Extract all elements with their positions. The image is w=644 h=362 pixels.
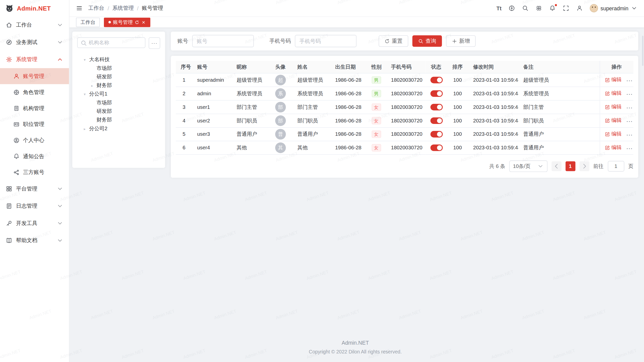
edit-button[interactable]: 编辑	[605, 144, 622, 151]
sidebar-item-dev-tools[interactable]: 开发工具	[0, 215, 69, 232]
home-icon	[6, 22, 12, 28]
row-more-button[interactable]: ···	[627, 118, 633, 124]
page-number-current[interactable]: 1	[565, 161, 575, 171]
breadcrumb-item[interactable]: 工作台	[88, 5, 104, 12]
tree-node[interactable]: 分公司1	[77, 90, 160, 99]
status-toggle[interactable]	[430, 131, 443, 138]
row-more-button[interactable]: ···	[627, 146, 633, 151]
goto-label: 前往	[593, 163, 603, 170]
row-more-button[interactable]: ···	[627, 132, 633, 138]
chevron-down-icon	[57, 203, 63, 209]
phone-input[interactable]	[295, 35, 356, 47]
avatar	[590, 4, 598, 12]
refresh-icon	[384, 38, 390, 44]
sidebar-item-org-management[interactable]: 机构管理	[0, 100, 69, 116]
page-scrollbar[interactable]	[642, 36, 643, 66]
breadcrumb-item-current: 账号管理	[142, 5, 163, 12]
status-toggle[interactable]	[430, 90, 443, 97]
sidebar-item-account-management[interactable]: 账号管理	[0, 68, 69, 84]
theme-button[interactable]	[536, 5, 542, 12]
sidebar-item-help-docs[interactable]: 帮助文档	[0, 232, 69, 249]
user-icon	[13, 73, 20, 79]
add-button[interactable]: 新增	[446, 35, 476, 47]
tree-node[interactable]: 财务部	[77, 81, 160, 90]
org-search-input[interactable]	[77, 37, 145, 48]
sidebar-item-workbench[interactable]: 工作台	[0, 16, 69, 34]
tab-refresh-icon[interactable]	[135, 20, 139, 24]
caret-right-icon[interactable]	[84, 127, 89, 131]
breadcrumb-separator: /	[137, 5, 139, 11]
notification-button[interactable]	[549, 5, 556, 12]
tree-more-button[interactable]: ···	[149, 37, 160, 49]
tab-close-icon[interactable]	[141, 20, 146, 24]
caret-right-icon[interactable]	[91, 83, 96, 87]
sidebar-item-personal-center[interactable]: 个人中心	[0, 132, 69, 148]
page-footer: Admin.NET Copyright © 2022 Dilon All rig…	[72, 333, 638, 362]
table-row: 5 user3 普通用户 普 普通用户 1986-06-28 女 1802003…	[176, 127, 633, 141]
search-button[interactable]	[522, 5, 529, 12]
search-button-query[interactable]: 查询	[412, 35, 442, 47]
next-page-button[interactable]	[579, 161, 589, 171]
log-icon	[6, 203, 12, 209]
sidebar-item-role-management[interactable]: 角色管理	[0, 84, 69, 100]
tree-node[interactable]: 财务部	[77, 116, 160, 124]
edit-button[interactable]: 编辑	[605, 117, 622, 124]
sidebar-item-notice[interactable]: 通知公告	[0, 148, 69, 164]
row-more-button[interactable]: ···	[627, 105, 633, 111]
menu-collapse-button[interactable]	[76, 5, 83, 12]
caret-down-icon[interactable]	[84, 92, 89, 96]
tree-node[interactable]: 市场部	[77, 64, 160, 73]
status-toggle[interactable]	[430, 77, 443, 83]
account-input[interactable]	[192, 35, 254, 47]
sidebar-item-business-test[interactable]: 业务测试	[0, 34, 69, 51]
grid-icon	[6, 186, 12, 192]
goto-page-input[interactable]	[608, 161, 624, 171]
tree-node[interactable]: 大名科技	[77, 55, 160, 64]
status-toggle[interactable]	[430, 104, 443, 110]
tools-icon	[6, 220, 12, 227]
font-size-button[interactable]: Tt	[497, 5, 502, 11]
fullscreen-button[interactable]	[563, 5, 569, 12]
sidebar-item-system-management[interactable]: 系统管理	[0, 51, 69, 68]
logo-icon	[5, 4, 14, 13]
tree-node[interactable]: 研发部	[77, 107, 160, 116]
sidebar-item-platform-management[interactable]: 平台管理	[0, 180, 69, 198]
compass-icon	[6, 39, 12, 46]
tab-workbench[interactable]: 工作台	[76, 17, 100, 27]
sidebar-item-log-management[interactable]: 日志管理	[0, 197, 69, 215]
tree-node[interactable]: 市场部	[77, 99, 160, 107]
reset-button[interactable]: 重置	[379, 35, 408, 47]
tree-node[interactable]: 研发部	[77, 73, 160, 81]
caret-down-icon[interactable]	[84, 58, 89, 62]
sidebar-item-third-party-account[interactable]: 三方账号	[0, 164, 69, 180]
prev-page-button[interactable]	[551, 161, 561, 171]
username: superadmin	[600, 5, 628, 11]
chevron-down-icon	[57, 220, 63, 227]
page-size-select[interactable]: 10条/页	[509, 160, 547, 172]
status-toggle[interactable]	[430, 145, 443, 151]
user-menu[interactable]: superadmin	[590, 4, 637, 12]
guide-button[interactable]	[508, 5, 515, 12]
edit-button[interactable]: 编辑	[605, 104, 622, 111]
edit-button[interactable]: 编辑	[605, 131, 622, 138]
table-header-row: 序号 账号 昵称 头像 姓名 出生日期 性别 手机号码 状态 排序	[176, 61, 633, 73]
phone-label: 手机号码	[269, 37, 291, 45]
tab-account-management[interactable]: 账号管理	[104, 17, 150, 27]
app-logo[interactable]: Admin.NET	[0, 0, 69, 16]
row-more-button[interactable]: ···	[627, 78, 633, 84]
edit-button[interactable]: 编辑	[605, 76, 622, 83]
table-row: 2 admin 系统管理员 系 系统管理员 1986-06-28 男 18020…	[176, 87, 633, 100]
row-more-button[interactable]: ···	[627, 92, 633, 97]
breadcrumb-item[interactable]: 系统管理	[112, 5, 134, 12]
tree-node[interactable]: 分公司2	[77, 124, 160, 133]
status-toggle[interactable]	[430, 117, 443, 124]
footer-copyright: Copyright © 2022 Dilon All rights reserv…	[72, 349, 638, 355]
row-avatar: 普	[275, 129, 286, 140]
sidebar-item-position-management[interactable]: 职位管理	[0, 116, 69, 132]
gender-tag: 女	[372, 117, 381, 124]
chevron-down-icon	[57, 186, 63, 192]
table-row: 3 user1 部门主管 部 部门主管 1986-06-28 女 1802003…	[176, 100, 633, 114]
tab-bar: 工作台 账号管理	[69, 17, 644, 28]
profile-button[interactable]	[576, 5, 583, 12]
edit-button[interactable]: 编辑	[605, 90, 622, 97]
